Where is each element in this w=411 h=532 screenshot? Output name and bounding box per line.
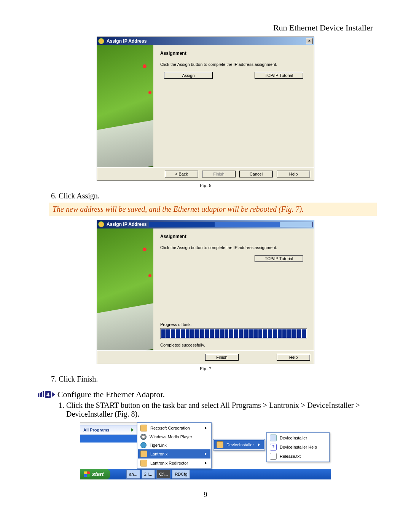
taskbar-item[interactable]: RDCfg bbox=[172, 470, 190, 479]
progress-label: Progress of task: bbox=[160, 322, 307, 327]
menu-item[interactable]: Windows Media Player bbox=[138, 433, 210, 441]
menu-item-lantronix[interactable]: Lantronix bbox=[138, 449, 210, 459]
section-desc: Click the Assign button to complete the … bbox=[160, 245, 307, 250]
start-button[interactable]: start bbox=[80, 469, 110, 479]
figure-caption: Fig. 6 bbox=[38, 182, 373, 189]
app-icon bbox=[98, 221, 104, 227]
start-menu-screenshot: All Programs Recosoft Corporation Window… bbox=[80, 422, 331, 479]
tcpip-tutorial-button[interactable]: TCP/IP Tutorial bbox=[255, 72, 303, 79]
deviceinstaller-submenu: DeviceInstaller ?DeviceInstaller Help Re… bbox=[266, 432, 330, 462]
close-icon[interactable]: × bbox=[306, 38, 313, 44]
programs-menu: Recosoft Corporation Windows Media Playe… bbox=[137, 422, 212, 469]
step-7: 7. Click Finish. bbox=[51, 375, 373, 383]
note-banner: The new address will be saved, and the E… bbox=[49, 203, 377, 216]
menu-item[interactable]: Recosoft Corporation bbox=[138, 423, 210, 433]
section-title: Assignment bbox=[160, 234, 307, 239]
cancel-button[interactable]: Cancel bbox=[239, 171, 273, 177]
progress-status: Completed successfully. bbox=[160, 343, 307, 347]
help-button[interactable]: Help bbox=[277, 171, 310, 177]
taskbar-item[interactable]: ah... bbox=[126, 470, 140, 479]
windows-icon bbox=[84, 471, 90, 477]
window-title: Assign IP Address bbox=[107, 38, 147, 44]
assign-ip-dialog-2: Assign IP Address Assignment Click the A… bbox=[97, 220, 314, 364]
menu-item[interactable]: TigerLink bbox=[138, 441, 210, 449]
section-4-heading: 4 Configure the Ethernet Adaptor. bbox=[38, 390, 373, 399]
menu-item[interactable]: ?DeviceInstaller Help bbox=[268, 443, 328, 452]
taskbar: start ah... 2 I... C:\... RDCfg bbox=[80, 469, 331, 479]
section-title: Configure the Ethernet Adaptor. bbox=[57, 390, 165, 399]
menu-item[interactable]: Release.txt bbox=[268, 452, 328, 461]
menu-item[interactable]: DeviceInstaller bbox=[268, 433, 328, 443]
help-button[interactable]: Help bbox=[277, 354, 310, 361]
section-badge: 4 bbox=[38, 390, 55, 399]
step-6: 6. Click Assign. bbox=[51, 192, 373, 200]
back-button[interactable]: < Back bbox=[165, 171, 198, 177]
progress-bar bbox=[160, 328, 307, 339]
taskbar-item[interactable]: C:\... bbox=[156, 470, 170, 479]
wizard-sidebar-image bbox=[97, 228, 153, 350]
titlebar[interactable]: Assign IP Address × bbox=[97, 37, 314, 45]
lantronix-submenu: DeviceInstaller bbox=[213, 439, 265, 451]
arrow-icon bbox=[52, 392, 55, 397]
arrow-icon bbox=[131, 428, 134, 432]
wizard-sidebar-image bbox=[97, 45, 153, 167]
assign-ip-dialog-1: Assign IP Address × Assignment Click the… bbox=[97, 37, 314, 181]
wizard-footer: < Back Finish Cancel Help bbox=[97, 167, 314, 181]
page-number: 9 bbox=[38, 491, 373, 499]
step-4-1: 1. Click the START button on the task ba… bbox=[59, 401, 373, 419]
section-desc: Click the Assign button to complete the … bbox=[160, 62, 307, 67]
tcpip-tutorial-button[interactable]: TCP/IP Tutorial bbox=[255, 255, 303, 262]
app-icon bbox=[98, 38, 104, 44]
menu-item[interactable]: Lantronix Redirector bbox=[138, 459, 210, 468]
finish-button: Finish bbox=[202, 171, 236, 177]
titlebar[interactable]: Assign IP Address bbox=[97, 220, 314, 228]
menu-item-deviceinstaller[interactable]: DeviceInstaller bbox=[214, 440, 264, 449]
assign-button[interactable]: Assign bbox=[164, 72, 213, 79]
finish-button[interactable]: Finish bbox=[205, 354, 239, 361]
taskbar-item[interactable]: 2 I... bbox=[142, 470, 155, 479]
all-programs-button[interactable]: All Programs bbox=[80, 425, 137, 435]
section-title: Assignment bbox=[160, 51, 307, 56]
figure-caption: Fig. 7 bbox=[38, 366, 373, 372]
wizard-footer: Finish Help bbox=[97, 350, 314, 364]
page-header: Run Ethernet Device Installer bbox=[38, 23, 373, 33]
window-title: Assign IP Address bbox=[107, 222, 147, 227]
titlebar-progress bbox=[149, 222, 313, 227]
